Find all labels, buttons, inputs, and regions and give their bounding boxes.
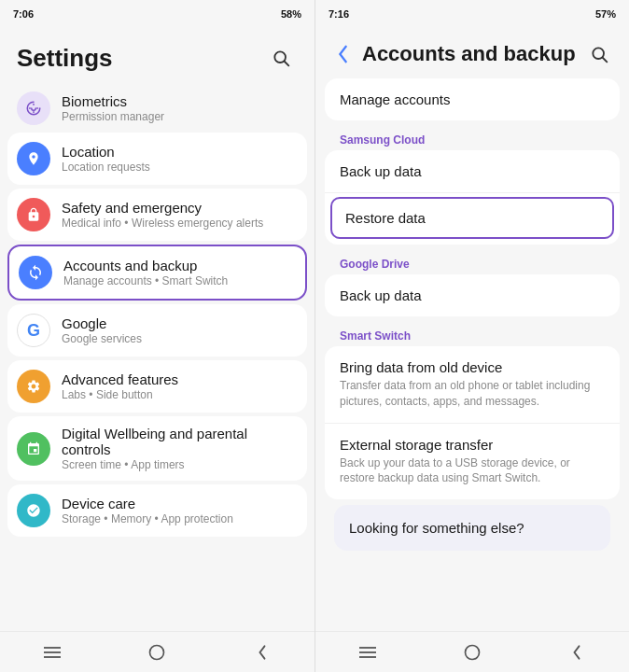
manage-accounts-card: Manage accounts [325, 78, 620, 120]
svg-line-7 [603, 58, 608, 63]
location-text: Location Location requests [62, 144, 298, 174]
biometrics-icon [17, 91, 50, 125]
accounts-text: Accounts and backup Manage accounts • Sm… [63, 258, 296, 287]
samsung-cloud-section: Samsung Cloud Back up data Restore data [325, 126, 620, 245]
location-subtitle: Location requests [62, 161, 298, 174]
nav-back-right[interactable] [563, 638, 591, 666]
status-icons-right: 57% [595, 8, 616, 20]
right-phone: 7:16 57% Accounts and backup Mana [314, 0, 629, 672]
google-icon: G [17, 314, 50, 347]
advanced-icon [17, 370, 50, 403]
external-storage-title: External storage transfer [340, 437, 605, 453]
settings-item-advanced[interactable]: Advanced features Labs • Side button [7, 360, 307, 413]
devicecare-subtitle: Storage • Memory • App protection [62, 512, 298, 525]
status-time-left: 7:06 [13, 8, 34, 20]
svg-point-11 [466, 645, 480, 659]
restore-data-item[interactable]: Restore data [330, 197, 614, 239]
advanced-text: Advanced features Labs • Side button [62, 371, 298, 401]
detail-header: Accounts and backup [315, 26, 629, 78]
nav-recents-left[interactable] [38, 638, 66, 666]
devicecare-title: Device care [62, 496, 298, 511]
nav-home-right[interactable] [458, 638, 486, 666]
smart-switch-section: Smart Switch Bring data from old device … [325, 322, 620, 499]
settings-title: Settings [17, 44, 113, 73]
settings-item-wellbeing[interactable]: Digital Wellbeing and parental controls … [7, 416, 307, 481]
external-storage-subtitle: Back up your data to a USB storage devic… [340, 455, 605, 487]
wellbeing-icon [17, 432, 50, 466]
nav-back-left[interactable] [248, 638, 276, 666]
wellbeing-text: Digital Wellbeing and parental controls … [62, 426, 298, 471]
google-drive-label: Google Drive [325, 250, 620, 274]
advanced-subtitle: Labs • Side button [62, 388, 298, 401]
left-phone: 7:06 58% Settings [0, 0, 314, 672]
detail-header-left: Accounts and backup [330, 41, 576, 67]
status-bar-left: 7:06 58% [0, 0, 314, 26]
google-subtitle: Google services [62, 332, 298, 345]
settings-item-location[interactable]: Location Location requests [7, 133, 307, 185]
settings-item-safety[interactable]: Safety and emergency Medical info • Wire… [7, 189, 307, 241]
detail-scroll[interactable]: Manage accounts Samsung Cloud Back up da… [315, 78, 629, 631]
safety-title: Safety and emergency [62, 200, 298, 216]
wellbeing-title: Digital Wellbeing and parental controls [62, 426, 298, 457]
nav-home-left[interactable] [143, 638, 171, 666]
bring-data-subtitle: Transfer data from an old phone or table… [340, 378, 605, 410]
biometrics-subtitle: Permission manager [62, 110, 298, 123]
battery-left: 58% [281, 8, 301, 20]
bring-data-item[interactable]: Bring data from old device Transfer data… [325, 346, 620, 424]
devicecare-text: Device care Storage • Memory • App prote… [62, 496, 298, 525]
accounts-subtitle: Manage accounts • Smart Switch [63, 274, 296, 287]
settings-header: Settings [0, 26, 314, 84]
restore-data-title: Restore data [345, 210, 599, 226]
google-drive-card: Back up data [325, 274, 620, 316]
svg-point-5 [150, 645, 164, 659]
google-text: Google Google services [62, 315, 298, 345]
smart-switch-card: Bring data from old device Transfer data… [325, 346, 620, 499]
location-title: Location [62, 144, 298, 160]
status-icons-left: 58% [281, 8, 301, 20]
settings-item-devicecare[interactable]: Device care Storage • Memory • App prote… [7, 484, 307, 537]
accounts-title: Accounts and backup [63, 258, 296, 273]
safety-text: Safety and emergency Medical info • Wire… [62, 200, 298, 230]
settings-item-google[interactable]: G Google Google services [7, 304, 307, 357]
battery-right: 57% [595, 8, 616, 20]
backup-data-samsung-item[interactable]: Back up data [325, 150, 620, 193]
google-drive-section: Google Drive Back up data [325, 250, 620, 316]
biometrics-title: Biometrics [62, 93, 298, 109]
safety-icon [17, 198, 50, 231]
google-title: Google [62, 315, 298, 331]
looking-text: Looking for something else? [349, 520, 595, 536]
samsung-cloud-label: Samsung Cloud [325, 126, 620, 150]
nav-bar-left [0, 631, 314, 672]
settings-item-accounts[interactable]: Accounts and backup Manage accounts • Sm… [7, 245, 307, 301]
backup-data-google-title: Back up data [340, 287, 605, 303]
detail-content: Manage accounts Samsung Cloud Back up da… [315, 78, 629, 551]
manage-accounts-item[interactable]: Manage accounts [325, 78, 620, 120]
advanced-title: Advanced features [62, 371, 298, 387]
detail-search-button[interactable] [584, 39, 614, 69]
wellbeing-subtitle: Screen time • App timers [62, 458, 298, 471]
status-time-right: 7:16 [328, 8, 349, 20]
samsung-cloud-card: Back up data Restore data [325, 150, 620, 245]
settings-scroll[interactable]: Settings Biometrics Per [0, 26, 314, 631]
accounts-icon [19, 256, 52, 289]
location-icon [17, 142, 50, 175]
backup-data-google-item[interactable]: Back up data [325, 274, 620, 316]
looking-card[interactable]: Looking for something else? [334, 505, 610, 551]
status-bar-right: 7:16 57% [315, 0, 629, 26]
bring-data-title: Bring data from old device [340, 359, 605, 375]
nav-bar-right [315, 631, 629, 672]
smart-switch-label: Smart Switch [325, 322, 620, 346]
devicecare-icon [17, 494, 50, 527]
backup-data-samsung-title: Back up data [340, 163, 605, 179]
safety-subtitle: Medical info • Wireless emergency alerts [62, 217, 298, 230]
settings-list: Biometrics Permission manager Location L… [0, 84, 314, 537]
nav-recents-right[interactable] [354, 638, 382, 666]
svg-line-1 [285, 62, 289, 66]
manage-accounts-title: Manage accounts [340, 91, 605, 107]
external-storage-item[interactable]: External storage transfer Back up your d… [325, 424, 620, 500]
biometrics-text: Biometrics Permission manager [62, 93, 298, 123]
detail-title: Accounts and backup [362, 42, 576, 66]
back-button[interactable] [330, 41, 356, 67]
settings-search-button[interactable] [264, 41, 298, 75]
settings-item-biometrics[interactable]: Biometrics Permission manager [7, 84, 307, 133]
